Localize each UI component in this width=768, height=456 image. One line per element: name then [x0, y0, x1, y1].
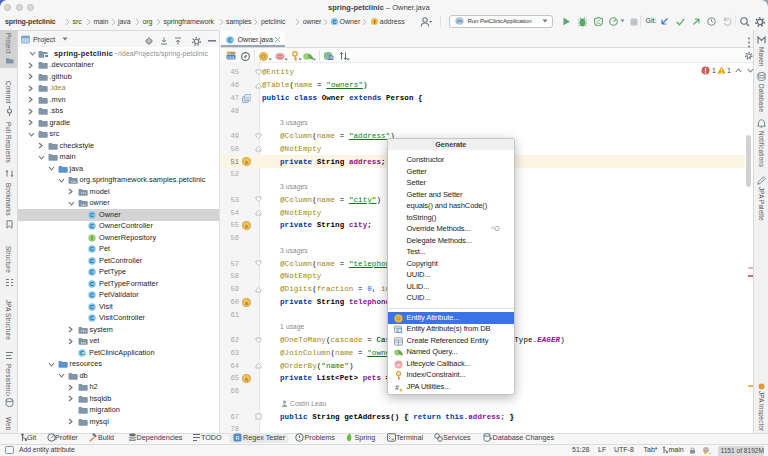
svg-text:C: C: [90, 281, 94, 287]
svg-text:C: C: [90, 293, 94, 299]
svg-text:DB: DB: [328, 56, 333, 60]
svg-text:DDL: DDL: [227, 56, 235, 60]
svg-text:C: C: [596, 19, 601, 25]
svg-text:R: R: [236, 435, 240, 441]
svg-text:a: a: [245, 223, 248, 229]
svg-text:a: a: [245, 299, 248, 305]
svg-text:a: a: [245, 159, 248, 165]
svg-text:#: #: [395, 384, 399, 391]
svg-text:C: C: [332, 19, 336, 25]
svg-text:C: C: [90, 212, 94, 218]
svg-text:C: C: [90, 304, 94, 310]
svg-text:a: a: [245, 376, 248, 382]
svg-text:C: C: [90, 247, 94, 253]
svg-text:C: C: [90, 258, 94, 264]
svg-text:C: C: [228, 37, 232, 43]
svg-text:C: C: [90, 316, 94, 322]
svg-text:C: C: [90, 224, 94, 230]
svg-text:C: C: [90, 270, 94, 276]
svg-text:m: m: [397, 362, 401, 367]
